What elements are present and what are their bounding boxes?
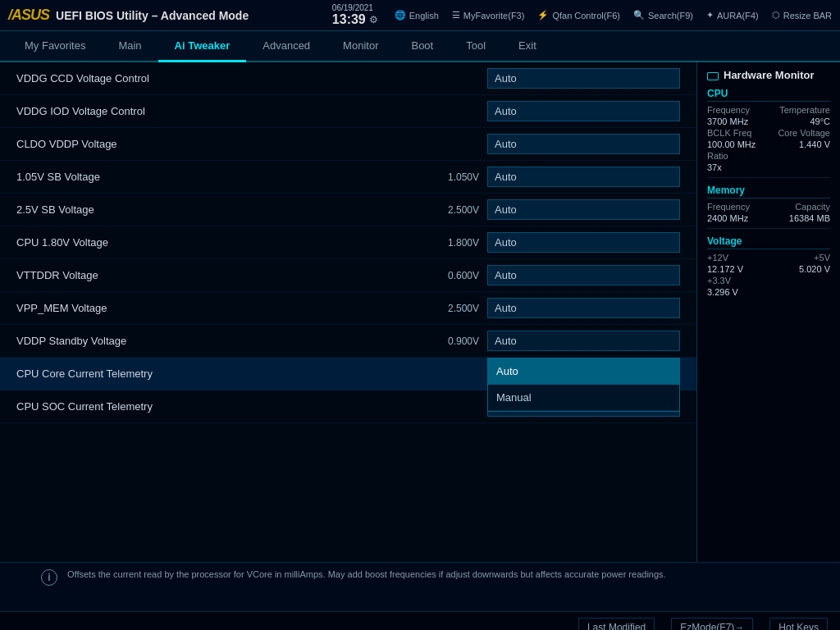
cpu-freq-row: Frequency Temperature <box>707 105 830 115</box>
v5-value: 5.020 V <box>799 264 830 274</box>
nav-ai-tweaker[interactable]: Ai Tweaker <box>158 31 247 62</box>
memory-section-title: Memory <box>707 185 830 199</box>
cpu-bclk-value: 100.00 MHz <box>707 139 756 149</box>
v12-label: +12V <box>707 253 728 262</box>
last-modified-button[interactable]: Last Modified <box>578 618 655 631</box>
aura-button[interactable]: ✦ AURA(F4) <box>706 10 759 21</box>
cpu-temp-value: 49°C <box>810 116 830 126</box>
cpu-section-title: CPU <box>707 88 830 102</box>
value-vttddr: 0.600V <box>422 270 479 281</box>
setting-vddp-standby: VDDP Standby Voltage 0.900V Auto Auto Ma… <box>0 325 696 358</box>
voltage-section-title: Voltage <box>707 235 830 249</box>
info-icon: i <box>41 569 57 586</box>
v12-val-row: 12.172 V 5.020 V <box>707 264 830 274</box>
top-icons: 🌐 English ☰ MyFavorite(F3) ⚡ Qfan Contro… <box>395 10 832 21</box>
language-button[interactable]: 🌐 English <box>395 10 439 21</box>
hot-keys-button[interactable]: Hot Keys <box>769 618 828 631</box>
myfavorite-button[interactable]: ☰ MyFavorite(F3) <box>452 10 525 21</box>
asus-logo: /ASUS <box>8 7 49 24</box>
setting-vddg-iod: VDDG IOD Voltage Control Auto <box>0 95 696 128</box>
nav-monitor[interactable]: Monitor <box>326 31 395 62</box>
dropdown-vpp-mem[interactable]: Auto <box>487 298 680 318</box>
dropdown-option-manual[interactable]: Manual <box>488 385 679 411</box>
main-content: VDDG CCD Voltage Control Auto VDDG IOD V… <box>0 62 840 562</box>
aura-icon: ✦ <box>706 10 714 21</box>
setting-25v-sb: 2.5V SB Voltage 2.500V Auto <box>0 194 696 226</box>
menu-icon: ☰ <box>452 10 460 21</box>
globe-icon: 🌐 <box>395 10 406 21</box>
setting-vpp-mem: VPP_MEM Voltage 2.500V Auto <box>0 292 696 325</box>
cpu-freq-val-row: 3700 MHz 49°C <box>707 116 830 126</box>
setting-label-cldo-vddp: CLDO VDDP Voltage <box>16 138 487 150</box>
bottom-bar: Last Modified EzMode(F7)→ Hot Keys <box>0 611 840 630</box>
setting-vddg-ccd: VDDG CCD Voltage Control Auto <box>0 62 696 95</box>
setting-label-vddg-ccd: VDDG CCD Voltage Control <box>16 72 487 84</box>
mem-cap-value: 16384 MB <box>789 213 830 223</box>
v33-label: +3.3V <box>707 276 731 285</box>
nav-advanced[interactable]: Advanced <box>246 31 326 62</box>
search-button[interactable]: 🔍 Search(F9) <box>633 10 693 21</box>
setting-105v-sb: 1.05V SB Voltage 1.050V Auto <box>0 161 696 194</box>
setting-label-cpu-core-telemetry: CPU Core Current Telemetry <box>16 368 487 380</box>
mem-freq-value: 2400 MHz <box>707 213 748 223</box>
resizebar-button[interactable]: ⬡ Resize BAR <box>772 10 832 21</box>
dropdown-cpu-180v[interactable]: Auto <box>487 232 680 253</box>
dropdown-vddg-iod[interactable]: Auto <box>487 101 680 121</box>
mem-freq-label: Frequency <box>707 202 750 212</box>
search-icon: 🔍 <box>633 10 645 21</box>
mem-freq-row: Frequency Capacity <box>707 202 830 212</box>
top-bar: /ASUS UEFI BIOS Utility – Advanced Mode … <box>0 0 840 31</box>
dropdown-vddg-ccd[interactable]: Auto <box>487 68 680 89</box>
setting-label-cpu-soc-telemetry: CPU SOC Current Telemetry <box>16 400 487 413</box>
v12-row: +12V +5V <box>707 253 830 262</box>
dropdown-vddp-standby[interactable]: Auto <box>487 331 680 351</box>
setting-label-vttddr: VTTDDR Voltage <box>16 269 422 281</box>
setting-cldo-vddp: CLDO VDDP Voltage Auto <box>0 128 696 161</box>
monitor-icon <box>707 72 719 80</box>
setting-label-25v-sb: 2.5V SB Voltage <box>16 203 422 216</box>
bios-title: UEFI BIOS Utility – Advanced Mode <box>56 9 332 22</box>
nav-bar: My Favorites Main Ai Tweaker Advanced Mo… <box>0 31 840 62</box>
cpu-ratio-val-row: 37x <box>707 162 830 172</box>
top-bar-info: 06/19/2021 13:39 ⚙ 🌐 English ☰ MyFavorit… <box>332 3 832 27</box>
datetime: 06/19/2021 13:39 ⚙ <box>332 3 378 27</box>
cpu-freq-label: Frequency <box>707 105 750 115</box>
v12-value: 12.172 V <box>707 264 743 274</box>
gear-icon[interactable]: ⚙ <box>369 14 378 25</box>
cpu-temp-label: Temperature <box>779 105 830 115</box>
nav-exit[interactable]: Exit <box>502 31 553 62</box>
hw-monitor-title: Hardware Monitor <box>707 69 830 81</box>
hw-monitor-sidebar: Hardware Monitor CPU Frequency Temperatu… <box>696 62 840 562</box>
setting-label-105v-sb: 1.05V SB Voltage <box>16 171 422 183</box>
cpu-corevolt-value: 1.440 V <box>799 139 830 149</box>
dropdown-25v-sb[interactable]: Auto <box>487 199 680 220</box>
value-vddp-standby: 0.900V <box>422 336 479 347</box>
nav-my-favorites[interactable]: My Favorites <box>8 31 102 62</box>
info-bar: i Offsets the current read by the proces… <box>0 562 840 611</box>
setting-label-vddp-standby: VDDP Standby Voltage <box>16 335 422 347</box>
dropdown-cldo-vddp[interactable]: Auto <box>487 134 680 154</box>
value-cpu-180v: 1.800V <box>422 237 479 249</box>
cpu-ratio-value: 37x <box>707 162 722 172</box>
setting-label-vddg-iod: VDDG IOD Voltage Control <box>16 105 487 117</box>
qfan-button[interactable]: ⚡ Qfan Control(F6) <box>537 10 620 21</box>
v33-row: +3.3V <box>707 276 830 285</box>
dropdown-option-auto[interactable]: Auto <box>488 358 679 385</box>
ez-mode-button[interactable]: EzMode(F7)→ <box>671 618 753 631</box>
resizebar-icon: ⬡ <box>772 10 780 21</box>
cpu-corevolt-label: Core Voltage <box>778 128 830 138</box>
setting-vttddr: VTTDDR Voltage 0.600V Auto <box>0 259 696 292</box>
value-vpp-mem: 2.500V <box>422 303 479 314</box>
mem-freq-val-row: 2400 MHz 16384 MB <box>707 213 830 223</box>
nav-main[interactable]: Main <box>102 31 158 62</box>
time: 13:39 <box>332 12 366 27</box>
info-text: Offsets the current read by the processo… <box>67 568 666 582</box>
dropdown-105v-sb[interactable]: Auto <box>487 167 680 187</box>
v5-label: +5V <box>814 253 830 262</box>
dropdown-open-menu: Auto Manual <box>487 358 680 412</box>
setting-label-vpp-mem: VPP_MEM Voltage <box>16 302 422 314</box>
nav-boot[interactable]: Boot <box>395 31 450 62</box>
dropdown-vttddr[interactable]: Auto <box>487 265 680 285</box>
nav-tool[interactable]: Tool <box>450 31 502 62</box>
cpu-ratio-label: Ratio <box>707 151 728 161</box>
